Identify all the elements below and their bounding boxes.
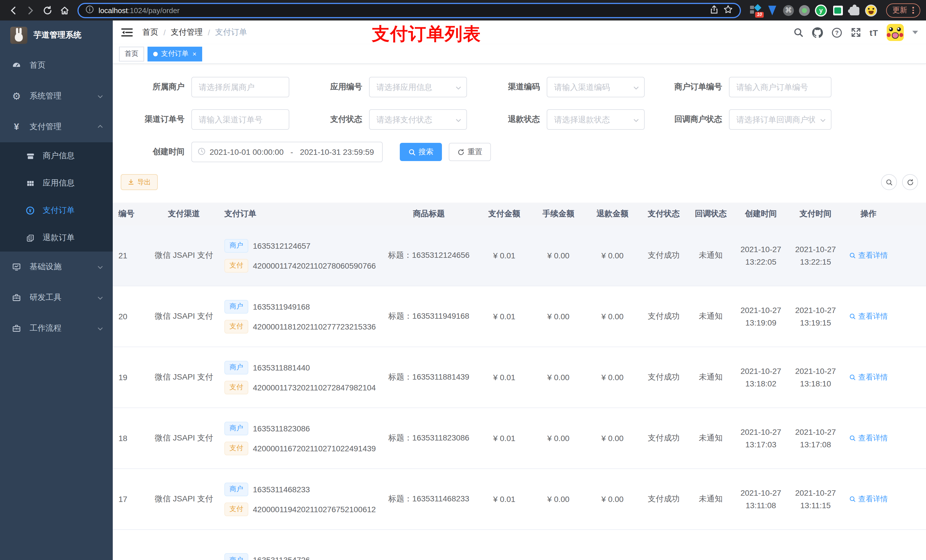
sidebar-item-label: 支付订单 — [43, 205, 104, 216]
address-bar[interactable]: localhost:1024/pay/order — [77, 3, 741, 18]
column-header: 支付金额 — [477, 209, 531, 219]
tab-home[interactable]: 首页 — [119, 46, 144, 61]
breadcrumb-separator: / — [163, 28, 166, 37]
update-label: 更新 — [893, 5, 907, 15]
sidebar-item-home[interactable]: 首页 — [0, 50, 113, 81]
extension-kite-icon[interactable] — [767, 5, 778, 16]
channel-order-no-field — [191, 109, 289, 130]
table-row[interactable]: 18 微信 JSAPI 支付 商户 1635311823086 支付 42000… — [113, 408, 926, 469]
cell-fee-amount: ¥ 0.00 — [531, 495, 586, 504]
cell-pay-status: 支付成功 — [640, 311, 688, 322]
cell-pay-order: 商户 1635311949168 支付 42000011812021102777… — [221, 300, 380, 333]
refund-status-input[interactable] — [547, 109, 645, 130]
cell-pay-order: 商户 1635311823086 支付 42000011672021102710… — [221, 421, 380, 455]
sidebar-item-payment[interactable]: ¥ 支付管理 — [0, 112, 113, 142]
date-range-picker[interactable]: 2021-10-01 00:00:00 - 2021-10-31 23:59:5… — [191, 142, 383, 162]
table-row[interactable]: 19 微信 JSAPI 支付 商户 1635311881440 支付 42000… — [113, 347, 926, 408]
column-header: 手续金额 — [531, 209, 586, 219]
breadcrumb-pay-management[interactable]: 支付管理 — [171, 27, 203, 38]
site-info-icon[interactable] — [85, 5, 94, 15]
export-button[interactable]: 导出 — [121, 174, 158, 190]
tab-pay-order[interactable]: 支付订单 × — [147, 46, 202, 61]
column-header: 支付订单 — [221, 209, 380, 219]
extension-diamond-icon[interactable]: 10 — [750, 5, 761, 16]
sidebar-item-infra[interactable]: 基础设施 — [0, 252, 113, 282]
toolbox-icon — [11, 293, 22, 302]
table-row[interactable]: 17 微信 JSAPI 支付 商户 1635311468233 支付 42000… — [113, 469, 926, 530]
share-icon[interactable] — [710, 5, 719, 16]
merchant-select — [191, 77, 289, 97]
view-detail-link[interactable]: 查看详情 — [849, 372, 888, 382]
merchant-input[interactable] — [191, 77, 289, 97]
column-header: 编号 — [113, 209, 147, 219]
cell-fee-amount: ¥ 0.00 — [531, 312, 586, 321]
extension-command-icon[interactable]: ⌘ — [783, 5, 794, 16]
channel-code-input[interactable] — [547, 77, 645, 97]
app-title: 芋道管理系统 — [33, 30, 82, 41]
merchant-order-line: 商户 1635311468233 — [224, 482, 377, 496]
tab-label: 首页 — [125, 49, 138, 59]
search-button[interactable]: 搜索 — [400, 143, 442, 161]
merchant-order-no: 1635311354726 — [253, 555, 310, 560]
profile-emoji-icon[interactable] — [865, 4, 877, 16]
notify-status-input[interactable] — [729, 109, 831, 130]
more-icon[interactable] — [912, 7, 914, 14]
close-icon[interactable]: × — [192, 50, 197, 57]
font-size-icon[interactable]: tT — [870, 27, 878, 37]
column-header: 支付时间 — [788, 209, 843, 219]
forward-button[interactable] — [23, 3, 38, 18]
back-button[interactable] — [6, 3, 21, 18]
filter-row-1: 所属商户 应用编号 渠道编码 商户订单编号 — [113, 77, 926, 97]
table-row[interactable]: 商户 1635311354726 — [113, 530, 926, 560]
extension-badge: 10 — [755, 12, 764, 18]
toggle-search-button[interactable] — [881, 174, 897, 190]
refresh-button[interactable] — [902, 174, 918, 190]
cell-pay-channel: 微信 JSAPI 支付 — [147, 311, 221, 322]
browser-update-button[interactable]: 更新 — [886, 3, 920, 17]
home-button[interactable] — [57, 3, 72, 18]
extension-chat-icon[interactable] — [832, 5, 843, 16]
sidebar-item-label: 退款订单 — [43, 233, 104, 243]
pay-order-no: 4200001194202110276752100612 — [253, 504, 376, 514]
github-icon[interactable] — [812, 27, 823, 38]
bookmark-star-icon[interactable] — [723, 5, 733, 16]
view-detail-link[interactable]: 查看详情 — [849, 494, 888, 504]
sidebar-item-label: 研发工具 — [30, 293, 97, 303]
sidebar-item-pay-order[interactable]: ¥ 支付订单 — [0, 197, 113, 224]
pay-status-input[interactable] — [369, 109, 467, 130]
sidebar-item-merchant-info[interactable]: 商户信息 — [0, 142, 113, 170]
sidebar-item-workflow[interactable]: 工作流程 — [0, 313, 113, 344]
search-icon[interactable] — [793, 27, 803, 38]
fullscreen-icon[interactable] — [851, 27, 861, 38]
extension-y-icon[interactable]: y — [815, 4, 827, 16]
cell-pay-amount: ¥ 0.01 — [477, 373, 531, 382]
view-detail-link[interactable]: 查看详情 — [849, 251, 888, 261]
pay-order-line: 支付 4200001173202110272847982104 — [224, 380, 377, 394]
view-detail-link[interactable]: 查看详情 — [849, 311, 888, 322]
reset-button[interactable]: 重置 — [449, 143, 491, 161]
caret-down-icon[interactable] — [912, 31, 918, 34]
avatar[interactable] — [887, 24, 904, 41]
breadcrumb-home[interactable]: 首页 — [142, 27, 158, 38]
sidebar-item-system[interactable]: ⚙ 系统管理 — [0, 81, 113, 112]
hamburger-icon[interactable] — [121, 27, 133, 38]
dashboard-icon — [11, 61, 22, 70]
extension-record-icon[interactable] — [799, 5, 810, 16]
reload-button[interactable] — [40, 3, 54, 18]
table-row[interactable]: 20 微信 JSAPI 支付 商户 1635311949168 支付 42000… — [113, 286, 926, 347]
sidebar-item-refund-order[interactable]: 退款订单 — [0, 224, 113, 252]
table-row[interactable]: 21 微信 JSAPI 支付 商户 1635312124657 支付 42000… — [113, 225, 926, 286]
cell-actions: 查看详情 — [843, 251, 894, 261]
merchant-order-no-input[interactable] — [729, 77, 831, 97]
channel-order-no-input[interactable] — [191, 109, 289, 130]
extensions-puzzle-icon[interactable] — [849, 5, 860, 16]
app-select-input[interactable] — [369, 77, 467, 97]
app-logo-row[interactable]: 芋道管理系统 — [0, 21, 113, 50]
sidebar-item-dev-tools[interactable]: 研发工具 — [0, 282, 113, 313]
merchant-order-line: 商户 1635311354726 — [224, 553, 377, 560]
help-icon[interactable]: ? — [831, 27, 842, 38]
sidebar: 芋道管理系统 首页 ⚙ 系统管理 ¥ 支付管理 — [0, 21, 113, 560]
sidebar-item-app-info[interactable]: 应用信息 — [0, 170, 113, 197]
filter-row-3: 创建时间 2021-10-01 00:00:00 - 2021-10-31 23… — [113, 142, 926, 162]
view-detail-link[interactable]: 查看详情 — [849, 433, 888, 443]
